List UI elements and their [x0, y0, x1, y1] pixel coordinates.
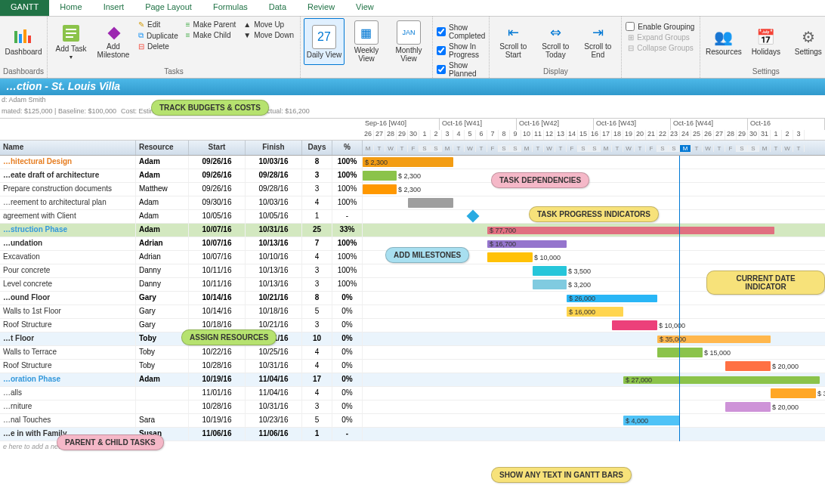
gantt-bar[interactable]: [408, 198, 453, 208]
resources-button[interactable]: 👥Resources: [703, 18, 744, 65]
dashboard-button[interactable]: Dashboard: [3, 18, 44, 65]
scroll-end-button[interactable]: ⇥Scroll to End: [577, 18, 618, 65]
task-row[interactable]: …hitectural DesignAdam09/26/1610/03/1681…: [0, 156, 825, 169]
timeline-dow: F: [725, 145, 737, 152]
timeline-day: 12: [544, 130, 555, 140]
task-row[interactable]: Walls to 1st FloorGary10/14/1610/18/1650…: [0, 305, 825, 319]
gantt-bar[interactable]: $ 15,000: [657, 348, 703, 357]
gantt-bar[interactable]: $ 27,000: [623, 376, 820, 384]
outdent-icon: ≡: [186, 20, 190, 29]
grid-header: Name Resource Start Finish Days %: [0, 141, 363, 156]
delete-button[interactable]: ⊟Delete: [135, 42, 181, 51]
timeline-day: 1: [771, 130, 782, 140]
task-row[interactable]: …eate draft of architectureAdam09/26/160…: [0, 169, 825, 183]
timeline-day: 19: [623, 130, 635, 140]
task-row[interactable]: …reement to architectural planAdam09/30/…: [0, 196, 825, 210]
svg-rect-6: [66, 32, 76, 34]
tab-home[interactable]: Home: [49, 0, 92, 16]
minus-icon: ⊟: [138, 42, 144, 51]
gantt-bar[interactable]: $ 20,000: [725, 402, 771, 412]
gantt-bar[interactable]: $ 77,700: [487, 227, 774, 234]
timeline-day: 15: [578, 130, 589, 140]
edit-button[interactable]: ✎Edit: [135, 20, 181, 29]
col-days[interactable]: Days: [302, 141, 332, 155]
col-pct[interactable]: %: [332, 141, 363, 155]
collapse-groups-button[interactable]: ⊟Collapse Groups: [625, 43, 696, 53]
task-row[interactable]: Roof StructureGary10/18/1610/21/1630%$ 1…: [0, 319, 825, 332]
monthly-view-button[interactable]: JANMonthly View: [388, 18, 429, 65]
timeline-day: 20: [635, 130, 646, 140]
excel-tabs: GANTTHomeInsertPage LayoutFormulasDataRe…: [0, 0, 825, 17]
gantt-bar[interactable]: $ 20,000: [725, 361, 771, 371]
gantt-bar[interactable]: $ 16,700: [487, 240, 567, 248]
daily-view-button[interactable]: 27Daily View: [304, 18, 345, 65]
tab-formulas[interactable]: Formulas: [202, 0, 258, 16]
gantt-bar[interactable]: $ 3,0: [771, 388, 816, 398]
gantt-bar[interactable]: $ 26,000: [567, 295, 657, 302]
gantt-bar[interactable]: $ 2,300: [363, 157, 453, 167]
task-row[interactable]: …ound FloorGary10/14/1610/21/1680%$ 26,0…: [0, 292, 825, 305]
move-up-button[interactable]: ▲Move Up: [240, 20, 297, 29]
timeline-dow: T: [374, 145, 385, 152]
weekly-view-button[interactable]: ▦Weekly View: [346, 18, 387, 65]
tab-insert[interactable]: Insert: [93, 0, 135, 16]
timeline-day: 31: [759, 130, 771, 140]
copy-icon: ⧉: [138, 31, 144, 40]
task-row[interactable]: Prepare construction documentsMatthew09/…: [0, 183, 825, 196]
tab-data[interactable]: Data: [258, 0, 297, 16]
gantt-bar[interactable]: $ 2,300: [363, 184, 397, 194]
tab-page-layout[interactable]: Page Layout: [134, 0, 202, 16]
show-completed-checkbox[interactable]: Show Completed: [436, 23, 486, 41]
gantt-bar[interactable]: $ 10,000: [487, 252, 533, 262]
gantt-bar[interactable]: $ 35,000: [657, 335, 771, 343]
gantt-bar[interactable]: $ 3,500: [533, 266, 567, 276]
settings-button[interactable]: ⚙Settings: [788, 18, 825, 65]
scroll-today-button[interactable]: ⇔Scroll to Today: [535, 18, 576, 65]
timeline-dow: S: [737, 145, 748, 152]
task-row[interactable]: …struction PhaseAdam10/07/1610/31/162533…: [0, 224, 825, 237]
make-parent-button[interactable]: ≡Make Parent: [183, 20, 239, 29]
timeline-day: 30: [748, 130, 759, 140]
timeline-day: 3: [793, 130, 805, 140]
col-name[interactable]: Name: [0, 141, 136, 155]
show-inprogress-checkbox[interactable]: Show In Progress: [436, 42, 486, 60]
gantt-bar[interactable]: $ 3,200: [533, 280, 567, 289]
tab-review[interactable]: Review: [297, 0, 345, 16]
tab-gantt[interactable]: GANTT: [0, 0, 49, 16]
holidays-button[interactable]: 📅Holidays: [746, 18, 786, 65]
task-row[interactable]: Level concreteDanny10/11/1610/13/163100%…: [0, 278, 825, 292]
task-row[interactable]: Walls to TerraceToby10/22/1610/25/1640%$…: [0, 346, 825, 360]
task-row[interactable]: …rniture10/28/1610/31/1630%$ 20,000: [0, 400, 825, 414]
enable-grouping-checkbox[interactable]: Enable Grouping: [625, 21, 696, 32]
show-planned-checkbox[interactable]: Show Planned: [436, 60, 486, 79]
svg-rect-3: [28, 36, 31, 43]
timeline-dow: W: [465, 145, 476, 152]
expand-groups-button[interactable]: ⊞Expand Groups: [625, 32, 696, 42]
milestone-marker[interactable]: [467, 210, 480, 223]
gantt-bar[interactable]: $ 16,000: [567, 307, 623, 317]
scroll-end-icon: ⇥: [592, 24, 604, 41]
task-row[interactable]: …t FloorToby10/22/1610/31/16100%$ 35,000: [0, 332, 825, 346]
make-child-button[interactable]: ≡Make Child: [183, 30, 239, 40]
expand-icon: ⊞: [628, 33, 634, 42]
task-row[interactable]: …alls11/01/1611/04/1640%$ 3,0: [0, 387, 825, 400]
add-task-button[interactable]: Add Task▼: [51, 18, 91, 65]
gantt-bar[interactable]: $ 10,000: [612, 320, 657, 330]
col-resource[interactable]: Resource: [136, 141, 189, 155]
tab-view[interactable]: View: [345, 0, 385, 16]
add-milestone-button[interactable]: Add Milestone: [93, 18, 134, 65]
col-finish[interactable]: Finish: [246, 141, 302, 155]
move-down-button[interactable]: ▼Move Down: [240, 30, 297, 40]
task-row[interactable]: …oration PhaseAdam10/19/1611/04/16170%$ …: [0, 373, 825, 387]
scroll-start-button[interactable]: ⇤Scroll to Start: [493, 18, 533, 65]
gantt-bar[interactable]: $ 4,000: [623, 416, 680, 425]
task-row[interactable]: Roof StructureToby10/28/1610/31/1640%$ 2…: [0, 360, 825, 373]
task-row[interactable]: Pour concreteDanny10/11/1610/13/163100%$…: [0, 264, 825, 278]
calendar-icon: ▦: [354, 20, 379, 45]
gantt-bar[interactable]: $ 2,300: [363, 171, 397, 181]
duplicate-button[interactable]: ⧉Duplicate: [135, 30, 181, 41]
task-row[interactable]: …nal TouchesSara10/19/1610/23/1650%$ 4,0…: [0, 414, 825, 428]
calendar-icon: JAN: [397, 20, 421, 45]
col-start[interactable]: Start: [189, 141, 246, 155]
task-row[interactable]: agreement with ClientAdam10/05/1610/05/1…: [0, 210, 825, 224]
